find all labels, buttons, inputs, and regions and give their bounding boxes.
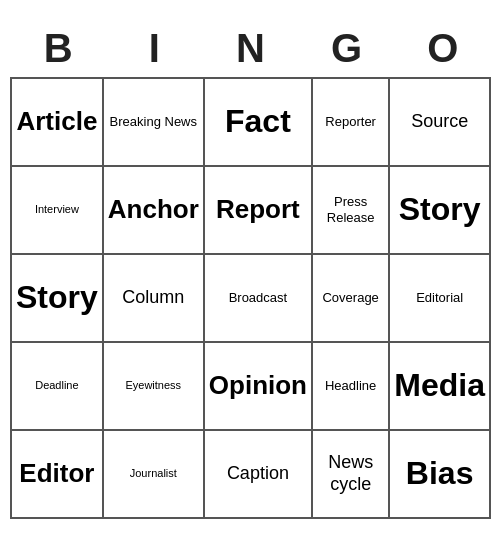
bingo-cell: Broadcast bbox=[205, 255, 313, 343]
cell-text: Report bbox=[216, 194, 300, 225]
cell-text: Editor bbox=[19, 458, 94, 489]
bingo-cell: Interview bbox=[12, 167, 104, 255]
cell-text: Breaking News bbox=[110, 114, 197, 130]
title-letter: N bbox=[206, 26, 294, 71]
bingo-card: BINGO ArticleBreaking NewsFactReporterSo… bbox=[0, 16, 501, 529]
cell-text: Column bbox=[122, 287, 184, 309]
title-letter: I bbox=[110, 26, 198, 71]
bingo-cell: Reporter bbox=[313, 79, 390, 167]
cell-text: Opinion bbox=[209, 370, 307, 401]
cell-text: Story bbox=[16, 278, 98, 316]
cell-text: Editorial bbox=[416, 290, 463, 306]
cell-text: Caption bbox=[227, 463, 289, 485]
bingo-title: BINGO bbox=[10, 26, 491, 71]
bingo-cell: Media bbox=[390, 343, 491, 431]
title-letter: O bbox=[399, 26, 487, 71]
bingo-cell: Deadline bbox=[12, 343, 104, 431]
bingo-cell: Eyewitness bbox=[104, 343, 205, 431]
bingo-cell: Bias bbox=[390, 431, 491, 519]
cell-text: Eyewitness bbox=[125, 379, 181, 392]
cell-text: Reporter bbox=[325, 114, 376, 130]
cell-text: Broadcast bbox=[229, 290, 288, 306]
bingo-cell: Fact bbox=[205, 79, 313, 167]
title-letter: B bbox=[14, 26, 102, 71]
cell-text: Source bbox=[411, 111, 468, 133]
bingo-cell: News cycle bbox=[313, 431, 390, 519]
bingo-cell: Caption bbox=[205, 431, 313, 519]
cell-text: Bias bbox=[406, 454, 474, 492]
bingo-cell: Source bbox=[390, 79, 491, 167]
bingo-grid: ArticleBreaking NewsFactReporterSourceIn… bbox=[10, 77, 491, 519]
cell-text: Deadline bbox=[35, 379, 78, 392]
bingo-cell: Headline bbox=[313, 343, 390, 431]
bingo-cell: Breaking News bbox=[104, 79, 205, 167]
bingo-cell: Editorial bbox=[390, 255, 491, 343]
bingo-cell: Story bbox=[12, 255, 104, 343]
cell-text: Coverage bbox=[322, 290, 378, 306]
bingo-cell: Story bbox=[390, 167, 491, 255]
bingo-cell: Opinion bbox=[205, 343, 313, 431]
cell-text: Interview bbox=[35, 203, 79, 216]
cell-text: News cycle bbox=[317, 452, 384, 495]
cell-text: Media bbox=[394, 366, 485, 404]
cell-text: Press Release bbox=[317, 194, 384, 225]
cell-text: Headline bbox=[325, 378, 376, 394]
bingo-cell: Report bbox=[205, 167, 313, 255]
cell-text: Journalist bbox=[130, 467, 177, 480]
title-letter: G bbox=[303, 26, 391, 71]
bingo-cell: Journalist bbox=[104, 431, 205, 519]
bingo-cell: Coverage bbox=[313, 255, 390, 343]
cell-text: Fact bbox=[225, 102, 291, 140]
bingo-cell: Press Release bbox=[313, 167, 390, 255]
bingo-cell: Column bbox=[104, 255, 205, 343]
bingo-cell: Anchor bbox=[104, 167, 205, 255]
bingo-cell: Editor bbox=[12, 431, 104, 519]
bingo-cell: Article bbox=[12, 79, 104, 167]
cell-text: Article bbox=[16, 106, 97, 137]
cell-text: Anchor bbox=[108, 194, 199, 225]
cell-text: Story bbox=[399, 190, 481, 228]
